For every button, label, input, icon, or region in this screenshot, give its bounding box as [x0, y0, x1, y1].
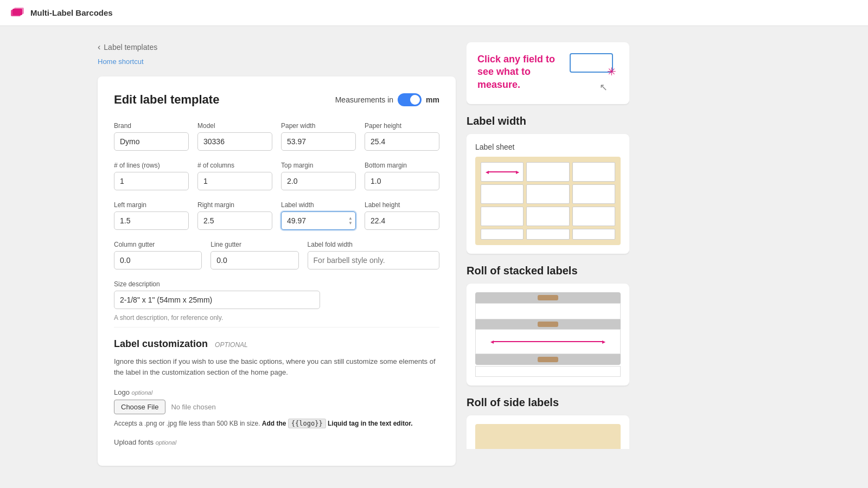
roll-label-area-1: [475, 303, 621, 319]
label-sheet-grid: ◀ ▶: [481, 162, 615, 240]
sidebar-label-width-title: Label width: [467, 115, 629, 127]
form-row-2: # of lines (rows) # of columns Top margi…: [114, 162, 439, 190]
logo-field-label: Logo optional: [114, 388, 439, 396]
form-header: Edit label template Measurements in mm: [114, 93, 439, 107]
edit-form-card: Edit label template Measurements in mm B…: [98, 76, 456, 466]
line-gutter-input[interactable]: [210, 251, 298, 269]
label-width-input[interactable]: [281, 211, 356, 230]
top-margin-group: Top margin: [281, 162, 356, 190]
spinner-up-icon[interactable]: ▲: [347, 216, 354, 221]
upload-fonts-optional: optional: [156, 439, 177, 446]
measurements-label: Measurements in: [335, 95, 393, 104]
columns-input[interactable]: [197, 172, 272, 190]
home-shortcut-link[interactable]: Home shortcut: [98, 57, 456, 66]
lines-group: # of lines (rows): [114, 162, 189, 190]
roll-cap-mid: [538, 322, 558, 327]
paper-height-input[interactable]: [365, 132, 439, 151]
liquid-tag: {{logo}}: [288, 419, 326, 428]
sheet-cell-11: [572, 229, 615, 240]
column-gutter-group: Column gutter: [114, 241, 202, 269]
label-fold-input[interactable]: [308, 251, 439, 269]
roll-top-bar: [475, 292, 621, 303]
label-sheet-diagram: ◀ ▶: [475, 157, 621, 245]
paper-width-input[interactable]: [281, 132, 356, 151]
paper-width-label: Paper width: [281, 122, 356, 130]
left-margin-input[interactable]: [114, 211, 189, 230]
form-row-4: Column gutter Line gutter Label fold wid…: [114, 241, 439, 269]
measurements-unit-toggle[interactable]: [398, 93, 422, 106]
customization-title: Label customization OPTIONAL: [114, 338, 439, 350]
form-title: Edit label template: [114, 93, 219, 107]
roll-cap-bottom: [538, 357, 558, 362]
lines-input[interactable]: [114, 172, 189, 190]
roll-width-arrow: ◀ ▶: [490, 339, 606, 344]
sheet-cell-3: [481, 184, 524, 204]
back-chevron-icon: ‹: [98, 42, 100, 52]
arrow-line: [489, 171, 516, 172]
sheet-cell-10: [526, 229, 569, 240]
top-margin-label: Top margin: [281, 162, 356, 169]
label-height-label: Label height: [365, 201, 439, 209]
help-card: Click any field to see what to measure. …: [467, 42, 629, 104]
form-row-3: Left margin Right margin Label width ▲ ▼: [114, 201, 439, 230]
sheet-cell-8: [572, 207, 615, 226]
file-input-row: Choose File No file chosen: [114, 400, 439, 414]
roll-mid-bar: [475, 319, 621, 329]
line-gutter-group: Line gutter: [210, 241, 298, 269]
model-label: Model: [197, 122, 272, 130]
arrow-right-icon: ▶: [516, 170, 519, 175]
app-title: Multi-Label Barcodes: [30, 8, 113, 17]
size-desc-input[interactable]: [114, 291, 320, 309]
top-margin-input[interactable]: [281, 172, 356, 190]
brand-group: Brand: [114, 122, 189, 151]
left-margin-group: Left margin: [114, 201, 189, 230]
sidebar-panel: Click any field to see what to measure. …: [467, 42, 629, 449]
roll-arrow-line: [494, 341, 603, 342]
roll-bottom-bar: [475, 354, 621, 365]
paper-height-label: Paper height: [365, 122, 439, 130]
size-desc-group: Size description A short description, fo…: [114, 280, 320, 322]
file-hint-text: Accepts a .png or .jpg file less than 50…: [114, 419, 439, 428]
roll-arrow-right-icon: ▶: [602, 339, 605, 344]
model-input[interactable]: [197, 132, 272, 151]
label-width-spinner-wrapper: ▲ ▼: [281, 211, 356, 230]
back-link-label: Label templates: [104, 43, 157, 52]
form-row-1: Brand Model Paper width Paper height: [114, 122, 439, 151]
sheet-cell-9: [481, 229, 524, 240]
label-width-spinner[interactable]: ▲ ▼: [347, 216, 354, 226]
sheet-cell-arrow: ◀ ▶: [481, 162, 524, 182]
help-text: Click any field to see what to measure.: [477, 53, 561, 91]
paper-width-group: Paper width: [281, 122, 356, 151]
back-link[interactable]: Label templates: [104, 43, 157, 52]
brand-input[interactable]: [114, 132, 189, 151]
roll-stacked-diagram: ◀ ▶: [475, 292, 621, 377]
customization-description: Ignore this section if you wish to use t…: [114, 356, 439, 377]
spinner-down-icon[interactable]: ▼: [347, 221, 354, 226]
sheet-cell-6: [481, 207, 524, 226]
size-desc-row: Size description A short description, fo…: [114, 280, 439, 322]
label-fold-group: Label fold width: [308, 241, 439, 269]
columns-group: # of columns: [197, 162, 272, 190]
breadcrumb: ‹ Label templates: [98, 42, 456, 52]
right-margin-input[interactable]: [197, 211, 272, 230]
roll-stacked-card: ◀ ▶: [467, 284, 629, 386]
bottom-margin-group: Bottom margin: [365, 162, 439, 190]
logo-optional-label: optional: [132, 389, 153, 396]
right-margin-group: Right margin: [197, 201, 272, 230]
left-margin-label: Left margin: [114, 201, 189, 209]
label-height-input[interactable]: [365, 211, 439, 230]
help-card-inner: Click any field to see what to measure. …: [477, 53, 618, 93]
column-gutter-input[interactable]: [114, 251, 202, 269]
width-arrow: ◀ ▶: [486, 170, 519, 175]
right-margin-label: Right margin: [197, 201, 272, 209]
sheet-cell-2: [572, 162, 615, 182]
roll-side-card: [467, 415, 629, 449]
label-sheet-card: Label sheet ◀ ▶: [467, 134, 629, 254]
size-desc-hint: A short description, for reference only.: [114, 314, 320, 322]
bottom-margin-input[interactable]: [365, 172, 439, 190]
brand-label: Brand: [114, 122, 189, 130]
roll-label-area-3: [475, 366, 621, 377]
choose-file-button[interactable]: Choose File: [114, 400, 165, 414]
bottom-margin-label: Bottom margin: [365, 162, 439, 169]
lines-label: # of lines (rows): [114, 162, 189, 169]
